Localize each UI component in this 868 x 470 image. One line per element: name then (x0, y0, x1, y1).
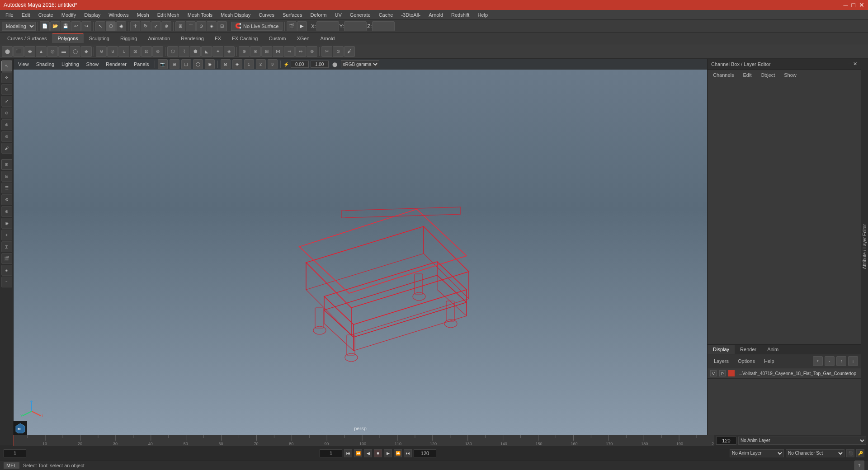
rewind-btn[interactable]: ⏮ (344, 449, 352, 457)
maximize-btn[interactable]: □ (852, 1, 855, 9)
step-back-btn[interactable]: ⏪ (354, 449, 362, 457)
shelf-cylinder[interactable]: ⬬ (24, 46, 35, 57)
outliner-left[interactable]: ⊞ (1, 159, 12, 170)
shelf-smooth[interactable]: ⊝ (152, 46, 163, 57)
vp-show[interactable]: Show (84, 61, 102, 67)
select-tool-btn[interactable]: ↖ (95, 21, 105, 31)
menu-mesh-display[interactable]: Mesh Display (217, 11, 254, 19)
rotate-tool-left[interactable]: ↻ (1, 84, 12, 95)
hypershade-left[interactable]: ◈ (1, 265, 12, 276)
undo-btn[interactable]: ↩ (71, 21, 81, 31)
tool-settings-left[interactable]: ⚙ (1, 194, 12, 205)
shelf-fill-hole[interactable]: ◈ (224, 46, 235, 57)
snap-point-btn[interactable]: ⊙ (196, 21, 206, 31)
vp-shading[interactable]: Shading (33, 61, 57, 67)
menu-cache[interactable]: Cache (375, 11, 397, 19)
status-help-btn[interactable]: ? (854, 461, 864, 470)
tab-xgen[interactable]: XGen (291, 34, 315, 43)
cb-tab-edit[interactable]: Edit (739, 71, 755, 79)
paint-select-btn[interactable]: ◉ (116, 21, 126, 31)
vp-wireframe-btn[interactable]: ◫ (181, 59, 191, 69)
shelf-prism[interactable]: ◆ (81, 46, 92, 57)
visor-left[interactable]: ◉ (1, 218, 12, 229)
window-controls[interactable]: ─ □ ✕ (844, 1, 864, 9)
channel-box-left[interactable]: ☰ (1, 183, 12, 193)
character-set-dropdown[interactable]: No Character Set (786, 449, 844, 457)
shelf-mirror[interactable]: ⊡ (141, 46, 152, 57)
move-tool-left[interactable]: ✛ (1, 72, 12, 83)
layer-down-btn[interactable]: ↓ (848, 356, 858, 366)
attr-editor-tab[interactable]: Attribute / Layer Editor (861, 59, 868, 435)
vp-panels[interactable]: Panels (131, 61, 152, 67)
shelf-offset-edge[interactable]: ⊞ (261, 46, 272, 57)
layer-editor-left[interactable]: ⊕ (1, 206, 12, 217)
select-tool-left[interactable]: ↖ (1, 61, 12, 71)
rotate-tool-btn[interactable]: ↻ (141, 21, 151, 31)
snap-curve-btn[interactable]: ⌒ (186, 21, 196, 31)
menu-mesh-tools[interactable]: Mesh Tools (184, 11, 216, 19)
shelf-wedge[interactable]: ◣ (201, 46, 212, 57)
viewport[interactable]: View Shading Lighting Show Renderer Pane… (14, 59, 707, 435)
live-surface-btn[interactable]: 🧲 No Live Surface (231, 22, 283, 31)
shelf-plane[interactable]: ▬ (58, 46, 69, 57)
stop-btn[interactable]: ■ (374, 449, 382, 457)
save-file-btn[interactable]: 💾 (61, 21, 71, 31)
current-frame-input[interactable] (4, 449, 26, 457)
lasso-select-btn[interactable]: ⬡ (106, 21, 116, 31)
timeline-end-input[interactable] (716, 437, 736, 445)
minimize-btn[interactable]: ─ (844, 1, 848, 9)
display-tab-anim[interactable]: Anim (762, 345, 784, 354)
shelf-paint-transfer[interactable]: 🖌 (344, 46, 355, 57)
soft-select-left[interactable]: ⊙ (1, 108, 12, 118)
shelf-cube[interactable]: ⬛ (13, 46, 24, 57)
display-tab-display[interactable]: Display (708, 345, 735, 354)
attr-editor-left[interactable]: ⊟ (1, 171, 12, 182)
timeline-ruler[interactable] (14, 435, 714, 446)
open-file-btn[interactable]: 📂 (50, 21, 60, 31)
menu-help[interactable]: Help (474, 11, 491, 19)
menu-modify[interactable]: Modify (58, 11, 80, 19)
shelf-edge-ring[interactable]: ⊗ (250, 46, 261, 57)
key-set-btn[interactable]: 🔑 (856, 449, 864, 457)
redo-btn[interactable]: ↪ (81, 21, 91, 31)
universal-manip-btn[interactable]: ⊕ (161, 21, 171, 31)
shelf-multi-cut[interactable]: ✂ (321, 46, 332, 57)
shelf-connect[interactable]: ⋈ (273, 46, 283, 57)
menu-mesh[interactable]: Mesh (133, 11, 153, 19)
vp-gamma-dropdown[interactable]: sRGB gamma (341, 60, 379, 68)
cb-tab-show[interactable]: Show (780, 71, 800, 79)
menu-edit[interactable]: Edit (18, 11, 34, 19)
shelf-target-weld[interactable]: ⊙ (333, 46, 344, 57)
menu-generate[interactable]: Generate (346, 11, 374, 19)
vp-smooth3-btn[interactable]: 3 (268, 59, 278, 69)
menu-uv[interactable]: UV (331, 11, 345, 19)
layer-vis-toggle[interactable]: V (710, 370, 717, 376)
channel-box-minimize[interactable]: ─ (848, 61, 851, 67)
expression-editor-left[interactable]: ∑ (1, 241, 12, 252)
tab-animation[interactable]: Animation (142, 34, 175, 43)
ffwd-btn[interactable]: ⏭ (404, 449, 412, 457)
lasso-left[interactable]: ⊖ (1, 131, 12, 142)
vp-subdivide-btn[interactable]: 1 (244, 59, 254, 69)
render-btn[interactable]: 🎬 (287, 21, 297, 31)
menu-edit-mesh[interactable]: Edit Mesh (154, 11, 183, 19)
tab-fx[interactable]: FX (209, 34, 226, 43)
anim-layer-dropdown[interactable]: No Anim Layer (738, 437, 866, 445)
cb-tab-object[interactable]: Object (757, 71, 778, 79)
close-btn[interactable]: ✕ (859, 1, 864, 9)
anim-layer-dropdown-bottom[interactable]: No Anim Layer (730, 449, 784, 457)
step-fwd-btn[interactable]: ⏩ (394, 449, 402, 457)
menu-redshift[interactable]: Redshift (448, 11, 473, 19)
snap-grid-btn[interactable]: ⊞ (175, 21, 185, 31)
menu-surfaces[interactable]: Surfaces (279, 11, 306, 19)
ipr-render-btn[interactable]: ▶ (297, 21, 307, 31)
show-manip-left[interactable]: ⊕ (1, 119, 12, 130)
snap-view-btn[interactable]: ⊟ (217, 21, 227, 31)
channel-box-close[interactable]: ✕ (853, 61, 857, 67)
blend-shape-left[interactable]: ⌖ (1, 230, 12, 240)
menu-deform[interactable]: Deform (307, 11, 330, 19)
y-input[interactable] (344, 21, 367, 31)
scale-tool-btn[interactable]: ⤢ (151, 21, 161, 31)
scale-tool-left[interactable]: ⤢ (1, 96, 12, 107)
shelf-extract[interactable]: ⊠ (130, 46, 141, 57)
